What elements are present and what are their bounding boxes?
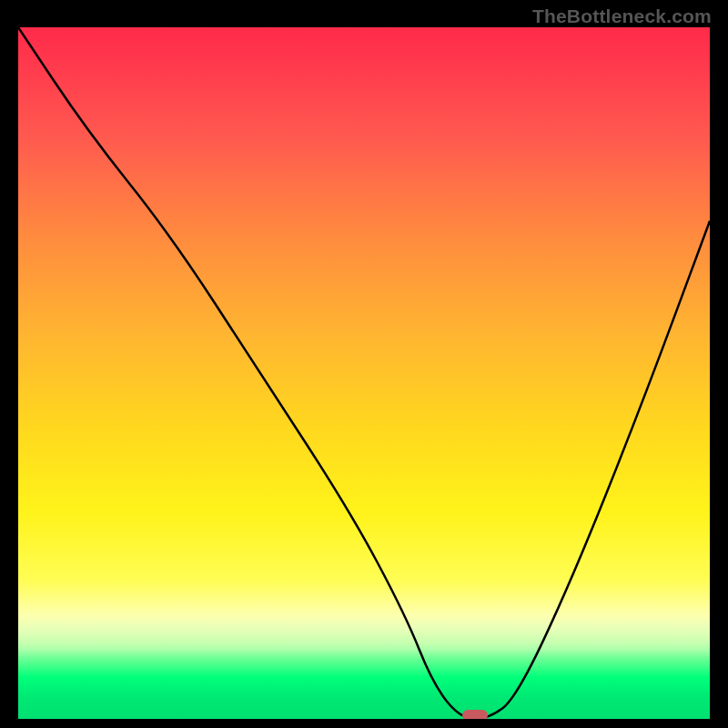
chart-frame: TheBottleneck.com — [0, 0, 728, 728]
plot-area — [18, 27, 710, 719]
bottleneck-curve-path — [18, 27, 710, 719]
bottleneck-curve-svg — [18, 27, 710, 719]
optimal-marker — [462, 710, 488, 719]
watermark-text: TheBottleneck.com — [532, 5, 712, 27]
